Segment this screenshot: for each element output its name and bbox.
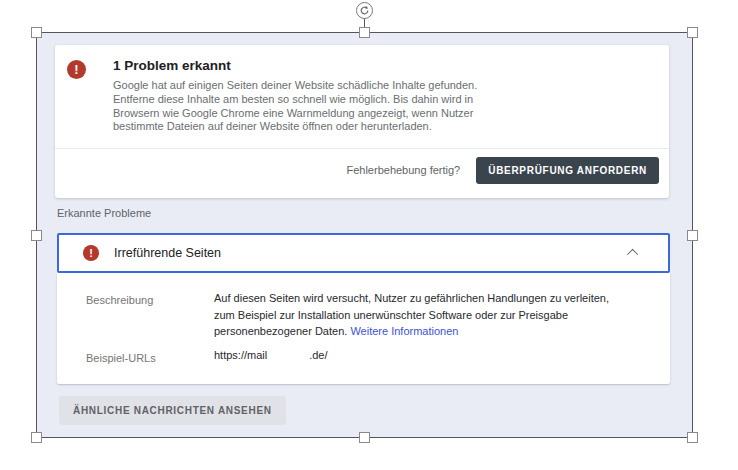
resize-handle-bottom-middle[interactable] bbox=[359, 432, 370, 443]
learn-more-link[interactable]: Weitere Informationen bbox=[350, 325, 458, 337]
issue-row-misleading-pages[interactable]: ! Irreführende Seiten bbox=[57, 233, 670, 273]
url-prefix: https://mail bbox=[214, 349, 267, 361]
alert-title: 1 Problem erkannt bbox=[113, 58, 231, 73]
view-similar-messages-button[interactable]: ÄHNLICHE NACHRICHTEN ANSEHEN bbox=[59, 396, 286, 425]
resize-handle-top-left[interactable] bbox=[31, 27, 42, 38]
example-urls-label: Beispiel-URLs bbox=[86, 352, 156, 364]
resize-handle-bottom-right[interactable] bbox=[687, 432, 698, 443]
security-alert-card: ! 1 Problem erkannt Google hat auf einig… bbox=[55, 45, 669, 198]
resize-handle-top-middle[interactable] bbox=[359, 27, 370, 38]
rotate-arrow-icon bbox=[359, 5, 370, 16]
error-icon: ! bbox=[83, 245, 99, 261]
request-review-button[interactable]: ÜBERPRÜFUNG ANFORDERN bbox=[476, 157, 659, 184]
card-divider bbox=[55, 148, 669, 149]
description-label: Beschreibung bbox=[86, 294, 153, 306]
resize-handle-middle-left[interactable] bbox=[31, 230, 42, 241]
issue-description-text: Auf diesen Seiten wird versucht, Nutzer … bbox=[214, 290, 614, 340]
selected-image-canvas[interactable]: ! 1 Problem erkannt Google hat auf einig… bbox=[36, 32, 693, 438]
resize-handle-middle-right[interactable] bbox=[687, 230, 698, 241]
rotate-handle-icon[interactable] bbox=[356, 2, 373, 19]
issue-title: Irreführende Seiten bbox=[114, 246, 221, 260]
alert-card-footer: Fehlerbehebung fertig? ÜBERPRÜFUNG ANFOR… bbox=[346, 155, 659, 185]
resize-handle-bottom-left[interactable] bbox=[31, 432, 42, 443]
alert-description: Google hat auf einigen Seiten deiner Web… bbox=[113, 79, 513, 134]
detected-issues-heading: Erkannte Probleme bbox=[57, 207, 151, 219]
chevron-up-icon[interactable] bbox=[627, 249, 638, 260]
fix-done-question: Fehlerbehebung fertig? bbox=[346, 164, 460, 176]
example-url: https://mail.de/ bbox=[214, 349, 328, 361]
issue-details-panel: Beschreibung Auf diesen Seiten wird vers… bbox=[57, 273, 670, 384]
error-icon: ! bbox=[67, 60, 86, 79]
resize-handle-top-right[interactable] bbox=[687, 27, 698, 38]
url-suffix: .de/ bbox=[309, 349, 327, 361]
